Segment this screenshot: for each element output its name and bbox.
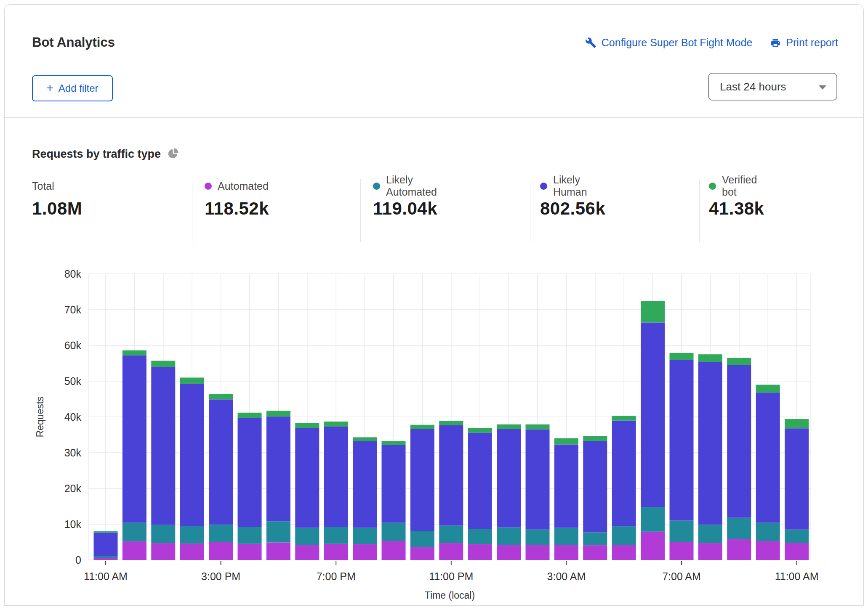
bar-segment-likely-human[interactable]	[151, 367, 175, 525]
bar-segment-automated[interactable]	[353, 544, 377, 560]
bar-segment-likely-automated[interactable]	[295, 528, 319, 545]
bar-segment-likely-human[interactable]	[468, 432, 492, 529]
bar-segment-likely-human[interactable]	[727, 365, 751, 518]
bar-segment-automated[interactable]	[324, 544, 348, 560]
bar-segment-automated[interactable]	[151, 543, 175, 560]
bar-segment-verified-bot[interactable]	[353, 437, 377, 441]
bar-segment-verified-bot[interactable]	[151, 361, 175, 367]
time-range-dropdown[interactable]: Last 24 hours	[708, 73, 837, 101]
configure-super-bot-fight-mode-link[interactable]: Configure Super Bot Fight Mode	[585, 37, 753, 49]
bar-segment-likely-human[interactable]	[295, 428, 319, 528]
bar-segment-likely-human[interactable]	[612, 421, 636, 527]
bar-segment-automated[interactable]	[497, 545, 521, 560]
bar-segment-verified-bot[interactable]	[382, 441, 406, 445]
bar-segment-verified-bot[interactable]	[612, 416, 636, 420]
bar-segment-likely-automated[interactable]	[410, 531, 434, 547]
bar-segment-likely-automated[interactable]	[641, 507, 665, 532]
add-filter-button[interactable]: + Add filter	[32, 75, 113, 101]
bar-segment-likely-automated[interactable]	[180, 526, 204, 544]
bar-segment-verified-bot[interactable]	[698, 354, 722, 362]
bar-segment-likely-human[interactable]	[122, 355, 146, 523]
bar-segment-likely-human[interactable]	[324, 427, 348, 527]
bar-segment-automated[interactable]	[410, 547, 434, 560]
bar-segment-likely-automated[interactable]	[583, 533, 607, 546]
bar-segment-verified-bot[interactable]	[670, 353, 694, 360]
bar-segment-likely-automated[interactable]	[554, 528, 578, 545]
bar-segment-likely-human[interactable]	[353, 441, 377, 528]
bar-segment-likely-automated[interactable]	[353, 528, 377, 544]
bar-segment-likely-automated[interactable]	[151, 525, 175, 543]
bar-segment-likely-human[interactable]	[382, 445, 406, 522]
bar-segment-likely-human[interactable]	[94, 533, 118, 556]
bar-segment-likely-automated[interactable]	[266, 521, 290, 542]
bar-segment-verified-bot[interactable]	[468, 428, 492, 432]
bar-segment-automated[interactable]	[785, 543, 809, 560]
bar-segment-likely-automated[interactable]	[727, 518, 751, 539]
bar-segment-likely-human[interactable]	[583, 441, 607, 533]
bar-segment-likely-automated[interactable]	[468, 529, 492, 544]
bar-segment-likely-automated[interactable]	[122, 523, 146, 541]
bar-segment-automated[interactable]	[727, 539, 751, 560]
bar-segment-likely-automated[interactable]	[756, 523, 780, 541]
bar-segment-verified-bot[interactable]	[295, 423, 319, 428]
bar-segment-verified-bot[interactable]	[785, 419, 809, 428]
bar-segment-likely-automated[interactable]	[209, 525, 233, 542]
bar-segment-verified-bot[interactable]	[180, 378, 204, 384]
bar-segment-likely-automated[interactable]	[670, 521, 694, 542]
bar-segment-automated[interactable]	[756, 541, 780, 560]
bar-segment-likely-automated[interactable]	[698, 525, 722, 543]
bar-segment-verified-bot[interactable]	[324, 422, 348, 427]
bar-segment-likely-human[interactable]	[698, 362, 722, 525]
bar-segment-likely-human[interactable]	[526, 430, 550, 530]
bar-segment-likely-human[interactable]	[641, 323, 665, 507]
bar-segment-automated[interactable]	[468, 544, 492, 560]
bar-segment-likely-automated[interactable]	[382, 523, 406, 541]
bar-segment-likely-human[interactable]	[266, 416, 290, 521]
bar-segment-likely-automated[interactable]	[612, 526, 636, 545]
bar-segment-verified-bot[interactable]	[439, 421, 463, 425]
bar-segment-likely-human[interactable]	[410, 429, 434, 531]
bar-segment-automated[interactable]	[209, 542, 233, 560]
bar-segment-automated[interactable]	[266, 542, 290, 560]
bar-segment-automated[interactable]	[612, 545, 636, 560]
bar-segment-automated[interactable]	[295, 545, 319, 560]
bar-segment-likely-human[interactable]	[238, 418, 262, 527]
bar-segment-verified-bot[interactable]	[526, 424, 550, 430]
bar-segment-verified-bot[interactable]	[641, 301, 665, 323]
bar-segment-automated[interactable]	[94, 558, 118, 560]
bar-segment-likely-human[interactable]	[785, 428, 809, 530]
bar-segment-automated[interactable]	[180, 544, 204, 560]
bar-segment-verified-bot[interactable]	[727, 358, 751, 365]
bar-segment-likely-automated[interactable]	[94, 556, 118, 558]
bar-segment-likely-automated[interactable]	[526, 530, 550, 545]
bar-segment-verified-bot[interactable]	[583, 436, 607, 441]
print-report-link[interactable]: Print report	[770, 37, 838, 49]
bar-segment-verified-bot[interactable]	[94, 531, 118, 533]
bar-segment-likely-automated[interactable]	[439, 525, 463, 543]
bar-segment-automated[interactable]	[382, 541, 406, 560]
bar-segment-likely-human[interactable]	[497, 429, 521, 528]
bar-segment-likely-human[interactable]	[180, 384, 204, 526]
bar-segment-verified-bot[interactable]	[238, 413, 262, 418]
bar-segment-automated[interactable]	[439, 543, 463, 560]
bar-segment-verified-bot[interactable]	[497, 424, 521, 429]
bar-segment-likely-human[interactable]	[554, 444, 578, 528]
bar-segment-automated[interactable]	[670, 542, 694, 560]
bar-segment-likely-human[interactable]	[209, 399, 233, 525]
bar-segment-automated[interactable]	[122, 541, 146, 560]
bar-segment-automated[interactable]	[238, 544, 262, 560]
bar-segment-automated[interactable]	[526, 545, 550, 560]
bar-segment-likely-automated[interactable]	[238, 527, 262, 544]
bar-segment-verified-bot[interactable]	[209, 394, 233, 400]
bar-segment-likely-automated[interactable]	[324, 527, 348, 544]
bar-segment-likely-human[interactable]	[670, 360, 694, 521]
bar-segment-verified-bot[interactable]	[554, 438, 578, 444]
bar-segment-automated[interactable]	[641, 532, 665, 560]
bar-segment-verified-bot[interactable]	[266, 411, 290, 417]
bar-segment-likely-automated[interactable]	[497, 528, 521, 545]
bar-segment-automated[interactable]	[554, 545, 578, 560]
bar-segment-likely-automated[interactable]	[785, 530, 809, 543]
bar-segment-verified-bot[interactable]	[756, 385, 780, 393]
bar-segment-likely-human[interactable]	[439, 425, 463, 526]
bar-segment-verified-bot[interactable]	[410, 425, 434, 429]
